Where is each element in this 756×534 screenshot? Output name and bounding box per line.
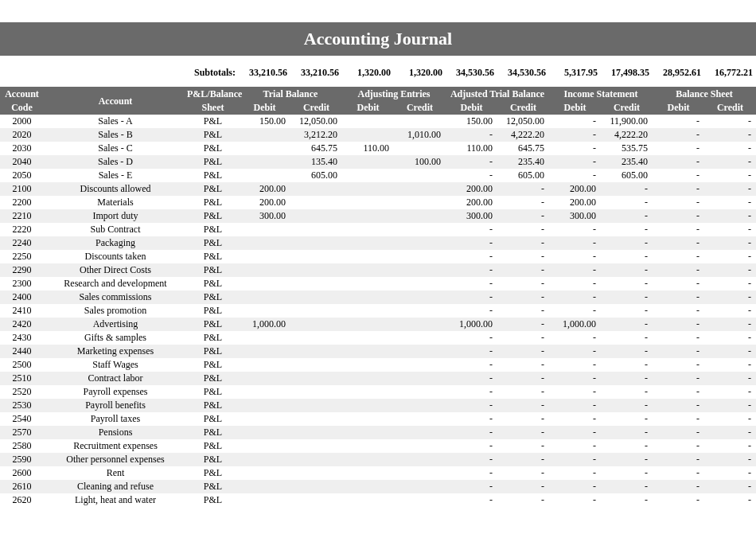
subtotal-cell: 34,530.56 <box>446 67 497 79</box>
cell-value: - <box>549 481 601 493</box>
cell-value: - <box>497 278 549 290</box>
cell-value: - <box>704 183 756 195</box>
cell-value: - <box>601 413 653 425</box>
cell-value: 300.00 <box>446 210 497 222</box>
cell-plb: P&L <box>187 345 239 357</box>
subtotal-cell: 16,772.21 <box>704 67 756 79</box>
col-account-code: Account <box>0 88 44 100</box>
cell-account-code: 2200 <box>0 197 44 209</box>
cell-value: 135.40 <box>290 156 342 168</box>
cell-value: - <box>653 372 704 384</box>
cell-value: - <box>446 386 497 398</box>
cell-value: - <box>653 481 704 493</box>
cell-account-code: 2250 <box>0 251 44 263</box>
table-row: 2430Gifts & samplesP&L------ <box>0 331 756 345</box>
cell-value: - <box>653 494 704 506</box>
cell-value: - <box>653 197 704 209</box>
cell-account-code: 2400 <box>0 291 44 303</box>
cell-value: 200.00 <box>549 183 601 195</box>
cell-value: - <box>601 494 653 506</box>
cell-value: - <box>446 291 497 303</box>
cell-account: Sales - D <box>44 156 187 168</box>
cell-account-code: 2290 <box>0 264 44 276</box>
table-row: 2100Discounts allowedP&L200.00200.00-200… <box>0 182 756 196</box>
subtotal-cell: 1,320.00 <box>342 67 394 79</box>
cell-value: - <box>446 224 497 236</box>
cell-plb: P&L <box>187 170 239 181</box>
cell-plb: P&L <box>187 115 239 127</box>
cell-account-code: 2540 <box>0 413 44 425</box>
cell-value: 235.40 <box>601 156 653 168</box>
subtotal-cell: 28,952.61 <box>653 67 704 79</box>
cell-value: - <box>549 237 601 249</box>
cell-value: - <box>653 345 704 357</box>
cell-value: 605.00 <box>497 170 549 181</box>
cell-account-code: 2020 <box>0 129 44 141</box>
cell-value: - <box>446 481 497 493</box>
table-row: 2520Payroll expensesP&L------ <box>0 385 756 399</box>
table-row: 2570PensionsP&L------ <box>0 426 756 439</box>
cell-value: - <box>601 305 653 317</box>
cell-value: 11,900.00 <box>601 115 653 127</box>
cell-plb: P&L <box>187 251 239 263</box>
cell-account-code: 2580 <box>0 440 44 452</box>
cell-value: - <box>497 386 549 398</box>
cell-value: - <box>446 345 497 357</box>
cell-value: - <box>704 170 756 181</box>
table-row: 2440Marketing expensesP&L------ <box>0 345 756 358</box>
cell-plb: P&L <box>187 386 239 398</box>
cell-value: - <box>704 440 756 452</box>
cell-value: 300.00 <box>239 210 290 222</box>
table-row: 2610Cleaning and refuseP&L------ <box>0 480 756 493</box>
cell-value: - <box>601 427 653 439</box>
cell-value: - <box>704 318 756 330</box>
subtotals-row: Subtotals: 33,210.56 33,210.56 1,320.00 … <box>0 65 756 87</box>
cell-value: 3,212.20 <box>290 129 342 141</box>
cell-value: - <box>653 210 704 222</box>
subtotal-cell: 1,320.00 <box>394 67 446 79</box>
col-credit: Credit <box>394 102 446 114</box>
cell-plb: P&L <box>187 129 239 141</box>
col-credit: Credit <box>290 102 342 114</box>
cell-plb: P&L <box>187 332 239 344</box>
cell-value: - <box>601 467 653 479</box>
cell-account: Pensions <box>44 427 187 439</box>
cell-value: - <box>446 400 497 411</box>
cell-account-code: 2600 <box>0 467 44 479</box>
cell-value: - <box>601 318 653 330</box>
cell-value: - <box>549 251 601 263</box>
cell-value: - <box>549 305 601 317</box>
cell-value: - <box>549 156 601 168</box>
cell-value: - <box>704 481 756 493</box>
cell-account: Sales promotion <box>44 305 187 317</box>
cell-account: Payroll taxes <box>44 413 187 425</box>
cell-value: - <box>704 278 756 290</box>
cell-value: - <box>497 494 549 506</box>
cell-value: - <box>704 359 756 371</box>
cell-value: - <box>549 494 601 506</box>
cell-value: - <box>653 454 704 466</box>
cell-value: 200.00 <box>446 183 497 195</box>
table-row: 2620Light, heat and waterP&L------ <box>0 493 756 507</box>
cell-account-code: 2100 <box>0 183 44 195</box>
subtotal-cell: 5,317.95 <box>549 67 601 79</box>
cell-value: - <box>653 332 704 344</box>
cell-value: - <box>549 359 601 371</box>
cell-account-code: 2510 <box>0 372 44 384</box>
cell-value: - <box>549 400 601 411</box>
cell-value: - <box>549 224 601 236</box>
cell-account: Payroll benefits <box>44 400 187 411</box>
table-row: 2200MaterialsP&L200.00200.00-200.00--- <box>0 196 756 209</box>
cell-value: - <box>497 427 549 439</box>
table-row: 2600RentP&L------ <box>0 466 756 480</box>
cell-account-code: 2240 <box>0 237 44 249</box>
cell-account-code: 2530 <box>0 400 44 411</box>
cell-plb: P&L <box>187 359 239 371</box>
table-row: 2220Sub ContractP&L------ <box>0 223 756 236</box>
cell-account-code: 2410 <box>0 305 44 317</box>
cell-plb: P&L <box>187 156 239 168</box>
cell-value: - <box>497 467 549 479</box>
cell-value: 12,050.00 <box>497 115 549 127</box>
cell-value: 300.00 <box>549 210 601 222</box>
cell-value: 200.00 <box>239 183 290 195</box>
